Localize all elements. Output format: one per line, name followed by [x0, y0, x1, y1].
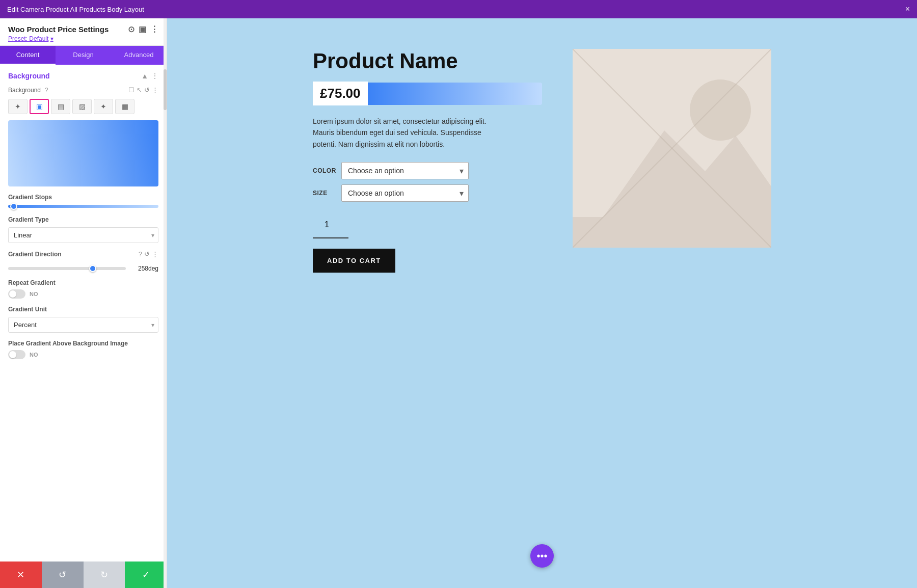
product-price-bar: £75.00 — [313, 82, 542, 105]
left-panel: Woo Product Price Settings ⊙ ▣ ⋮ Preset:… — [0, 18, 167, 588]
bg-type-image-alt[interactable]: ▤ — [51, 99, 70, 114]
bg-type-video[interactable]: ▦ — [115, 99, 134, 114]
tab-design[interactable]: Design — [56, 46, 111, 65]
place-gradient-toggle-wrap: NO — [8, 350, 158, 359]
gradient-type-label: Gradient Type — [8, 216, 158, 223]
place-gradient-label: Place Gradient Above Background Image — [8, 340, 158, 347]
color-select-wrapper: Choose an option ▾ — [341, 162, 469, 179]
section-header: Background ▲ ⋮ — [8, 72, 158, 80]
bg-cursor-icon[interactable]: ↖ — [137, 86, 142, 94]
gradient-unit-select-wrapper: Percent Pixel ▾ — [8, 317, 158, 333]
gradient-dir-label: Gradient Direction — [8, 251, 134, 258]
gradient-dir-thumb[interactable] — [89, 265, 96, 272]
color-label: COLOR — [313, 167, 333, 174]
bottom-toolbar: ✕ ↺ ↻ ✓ — [0, 562, 167, 588]
bg-type-none[interactable]: ✦ — [8, 99, 28, 114]
product-info: Product Name £75.00 Lorem ipsum dolor si… — [313, 49, 542, 273]
size-select[interactable]: Choose an option — [341, 184, 469, 202]
gradient-stops-thumb[interactable] — [10, 203, 17, 210]
fab-icon: ••• — [536, 550, 547, 562]
repeat-gradient-row: Repeat Gradient NO — [8, 279, 158, 299]
tabs: Content Design Advanced — [0, 46, 167, 65]
repeat-gradient-label: Repeat Gradient — [8, 279, 158, 286]
place-gradient-knob — [9, 351, 16, 358]
size-label: SIZE — [313, 190, 333, 197]
fab-button[interactable]: ••• — [530, 544, 554, 568]
color-select[interactable]: Choose an option — [341, 162, 469, 179]
preset-label[interactable]: Preset: Default ▾ — [8, 35, 158, 42]
place-gradient-toggle[interactable] — [8, 350, 25, 359]
save-button[interactable]: ✓ — [125, 562, 167, 588]
product-name: Product Name — [313, 49, 542, 73]
scrollbar-thumb[interactable] — [164, 69, 167, 110]
bg-icon-group: ☐ ↖ ↺ ⋮ — [128, 86, 158, 94]
cancel-button[interactable]: ✕ — [0, 562, 42, 588]
bg-more-icon[interactable]: ⋮ — [152, 86, 158, 94]
section-header-icons: ▲ ⋮ — [141, 72, 158, 80]
bg-type-pattern[interactable]: ✦ — [94, 99, 113, 114]
add-to-cart-button[interactable]: ADD TO CART — [313, 249, 395, 273]
gradient-dir-undo-icon[interactable]: ↺ — [144, 250, 150, 258]
close-icon[interactable]: × — [905, 5, 910, 14]
gradient-type-select-wrapper: Linear Radial ▾ — [8, 227, 158, 243]
product-container: Product Name £75.00 Lorem ipsum dolor si… — [313, 49, 771, 273]
gradient-dir-value: 258deg — [130, 265, 158, 272]
product-price: £75.00 — [313, 82, 368, 105]
gradient-dir-slider-row: 258deg — [8, 265, 158, 272]
more-icon[interactable]: ⋮ — [150, 24, 158, 34]
gradient-type-select[interactable]: Linear Radial — [8, 227, 158, 243]
place-gradient-text: NO — [30, 352, 38, 358]
bg-label-row: Background ? ☐ ↖ ↺ ⋮ — [8, 86, 158, 94]
gradient-unit-label: Gradient Unit — [8, 306, 158, 313]
undo-button[interactable]: ↺ — [42, 562, 84, 588]
quantity-input[interactable] — [313, 212, 348, 238]
panel-title-icons: ⊙ ▣ ⋮ — [128, 24, 158, 34]
gradient-dir-label-row: Gradient Direction ? ↺ ⋮ — [8, 250, 158, 258]
product-options: COLOR Choose an option ▾ SIZE Choose an … — [313, 162, 542, 202]
product-image — [573, 49, 771, 248]
gradient-stops-track[interactable] — [8, 205, 158, 208]
scrollbar-track — [164, 18, 167, 588]
gradient-stops-row: Gradient Stops — [8, 194, 158, 208]
preview-area: Product Name £75.00 Lorem ipsum dolor si… — [167, 18, 917, 588]
gradient-dir-more-icon[interactable]: ⋮ — [152, 250, 158, 258]
gradient-stops-label: Gradient Stops — [8, 194, 158, 201]
responsive-icon[interactable]: ⊙ — [128, 24, 134, 34]
svg-point-2 — [690, 79, 751, 141]
size-select-wrapper: Choose an option ▾ — [341, 184, 469, 202]
tab-content[interactable]: Content — [0, 46, 56, 65]
redo-button[interactable]: ↻ — [84, 562, 125, 588]
bg-type-row: ✦ ▣ ▤ ▨ ✦ ▦ — [8, 99, 158, 114]
panel-content: Background ▲ ⋮ Background ? ☐ ↖ ↺ ⋮ ✦ ▣ … — [0, 65, 167, 562]
bg-mobile-icon[interactable]: ☐ — [128, 86, 134, 94]
panel-title-text: Woo Product Price Settings — [8, 25, 109, 34]
panel-title-row: Woo Product Price Settings ⊙ ▣ ⋮ — [8, 24, 158, 34]
size-option-row: SIZE Choose an option ▾ — [313, 184, 542, 202]
place-gradient-row: Place Gradient Above Background Image NO — [8, 340, 158, 359]
repeat-gradient-knob — [9, 290, 16, 298]
bg-type-gradient[interactable]: ▣ — [30, 99, 49, 114]
gradient-unit-row: Gradient Unit Percent Pixel ▾ — [8, 306, 158, 333]
gradient-dir-help-icon[interactable]: ? — [139, 250, 142, 258]
repeat-gradient-toggle-wrap: NO — [8, 289, 158, 299]
repeat-gradient-text: NO — [30, 291, 38, 297]
bg-type-image[interactable]: ▨ — [72, 99, 92, 114]
bg-undo-icon[interactable]: ↺ — [144, 86, 150, 94]
repeat-gradient-toggle[interactable] — [8, 289, 25, 299]
product-image-placeholder — [573, 49, 771, 248]
section-title: Background — [8, 72, 50, 80]
top-bar-title: Edit Camera Product All Products Body La… — [7, 6, 144, 13]
bg-help-icon[interactable]: ? — [45, 87, 48, 94]
top-bar: Edit Camera Product All Products Body La… — [0, 0, 917, 18]
gradient-dir-slider[interactable] — [8, 267, 126, 270]
panel-header: Woo Product Price Settings ⊙ ▣ ⋮ Preset:… — [0, 18, 167, 46]
bg-label: Background — [8, 87, 41, 94]
gradient-dir-icons: ? ↺ ⋮ — [139, 250, 158, 258]
layout-icon[interactable]: ▣ — [139, 24, 146, 34]
price-gradient-bar — [368, 83, 542, 105]
gradient-unit-select[interactable]: Percent Pixel — [8, 317, 158, 333]
section-more-icon[interactable]: ⋮ — [151, 72, 158, 80]
gradient-type-row: Gradient Type Linear Radial ▾ — [8, 216, 158, 243]
tab-advanced[interactable]: Advanced — [111, 46, 167, 65]
collapse-icon[interactable]: ▲ — [141, 72, 148, 80]
